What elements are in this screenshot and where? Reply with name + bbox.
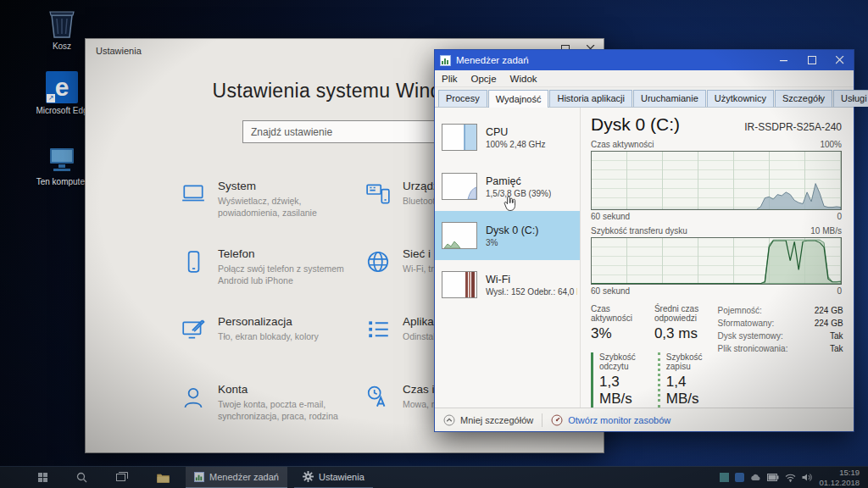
- tile-title: Personalizacja: [218, 315, 319, 328]
- file-explorer-button[interactable]: [149, 467, 177, 488]
- tile-title: System: [218, 180, 345, 192]
- tray-app-blue-icon[interactable]: [735, 473, 744, 482]
- apps-list-icon: [365, 317, 391, 342]
- edge-icon: e↗: [31, 69, 93, 103]
- menu-opcje[interactable]: Opcje: [471, 74, 497, 84]
- task-manager-taskbar-icon: [194, 472, 204, 482]
- personalization-icon: [181, 317, 206, 342]
- task-manager-titlebar[interactable]: Menedżer zadań: [435, 50, 854, 70]
- search-icon: [76, 472, 87, 483]
- disk-device-name: IR-SSDPR-S25A-240: [744, 121, 842, 133]
- tray-app-teal-icon[interactable]: [720, 473, 729, 482]
- clock-date: 01.12.2018: [819, 478, 860, 488]
- tab-uslugi[interactable]: Usługi: [833, 90, 868, 107]
- perf-item-cpu[interactable]: CPU 100% 2,48 GHz: [435, 113, 580, 162]
- start-button[interactable]: [31, 467, 55, 488]
- tile-desc: Twoje konta, poczta e-mail, synchronizac…: [218, 398, 345, 422]
- battery-icon[interactable]: [767, 474, 779, 481]
- disk-transfer-chart: [591, 237, 842, 285]
- stat-read-speed: Szybkość odczytu 1,3 MB/s: [591, 352, 636, 408]
- network-globe-icon: [365, 249, 391, 274]
- taskbar-search-button[interactable]: [69, 467, 95, 488]
- phone-icon: [181, 249, 206, 274]
- desktop-icon-recycle-bin[interactable]: Kosz: [31, 5, 93, 51]
- recycle-bin-icon: [31, 5, 93, 39]
- accounts-icon: [181, 385, 206, 410]
- taskbar-clock[interactable]: 15:19 01.12.2018: [819, 468, 860, 488]
- stat-write-speed: Szybkość zapisu 1,4 MB/s: [658, 352, 703, 408]
- hand-cursor: [502, 195, 519, 214]
- tile-desc: Tło, ekran blokady, kolory: [218, 330, 319, 342]
- stat-active-time: Czas aktywności 3%: [591, 304, 632, 342]
- taskbar-app-label: Menedżer zadań: [209, 472, 279, 482]
- footer-separator: [542, 413, 542, 427]
- this-pc-icon: [31, 141, 93, 175]
- task-manager-footer: Mniej szczegółów Otwórz monitor zasobów: [435, 408, 854, 431]
- activity-chart-max: 100%: [820, 140, 842, 149]
- disk-pane-title: Dysk 0 (C:): [591, 114, 680, 135]
- wifi-thumbnail-chart: [442, 271, 477, 298]
- folder-icon: [157, 473, 170, 483]
- perf-item-wifi[interactable]: Wi-Fi Wysł.: 152 Odebr.: 64,0 k: [435, 260, 580, 309]
- desktop-icon-label: Kosz: [31, 42, 93, 51]
- activity-chart-min: 0: [837, 212, 842, 221]
- performance-sidebar: CPU 100% 2,48 GHz Pamięć 1,5/3,8 GB (39%…: [435, 108, 581, 408]
- tm-minimize-button[interactable]: [770, 50, 798, 70]
- taskbar: Menedżer zadań Ustawienia 15:19 01.12.20…: [0, 466, 868, 488]
- onedrive-cloud-icon[interactable]: [750, 473, 761, 482]
- wifi-icon[interactable]: [785, 474, 796, 482]
- disk-activity-chart: [591, 151, 842, 210]
- tab-szczegoly[interactable]: Szczegóły: [775, 90, 832, 107]
- desktop-icon-edge[interactable]: e↗ Microsoft Edg: [31, 69, 93, 115]
- activity-chart-label: Czas aktywności: [591, 140, 654, 149]
- transfer-chart-max: 10 MB/s: [810, 226, 842, 236]
- windows-logo-icon: [38, 473, 47, 482]
- settings-tile-system[interactable]: System Wyświetlacz, dźwięk, powiadomieni…: [181, 173, 365, 241]
- task-manager-menubar: Plik Opcje Widok: [435, 70, 854, 87]
- speaker-icon[interactable]: [802, 473, 812, 482]
- disk-performance-pane: Dysk 0 (C:) IR-SSDPR-S25A-240 Czas aktyw…: [581, 108, 854, 408]
- settings-window-title: Ustawienia: [96, 46, 142, 56]
- memory-thumbnail-chart: [442, 173, 477, 200]
- task-view-button[interactable]: [108, 467, 136, 488]
- tile-desc: Wyświetlacz, dźwięk, powiadomienia, zasi…: [218, 195, 345, 219]
- tile-title: Telefon: [218, 247, 345, 260]
- tab-procesy[interactable]: Procesy: [438, 90, 487, 107]
- task-manager-app-icon: [440, 55, 451, 66]
- settings-tile-konta[interactable]: Konta Twoje konta, poczta e-mail, synchr…: [181, 376, 365, 444]
- desktop-icon-label: Microsoft Edg: [31, 106, 93, 115]
- time-language-icon: [365, 385, 391, 410]
- tab-uruchamianie[interactable]: Uruchamianie: [633, 90, 706, 107]
- menu-widok[interactable]: Widok: [510, 74, 537, 84]
- disk-thumbnail-chart: [442, 222, 477, 249]
- cpu-thumbnail-chart: [442, 124, 477, 151]
- transfer-chart-xlabel: 60 sekund: [591, 286, 630, 296]
- disk-info-table: Pojemność:224 GB Sformatowany:224 GB Dys…: [718, 304, 843, 408]
- tm-maximize-button[interactable]: [798, 50, 826, 70]
- less-details-button[interactable]: Mniej szczegółów: [443, 414, 533, 426]
- tm-close-button[interactable]: [826, 50, 854, 70]
- tab-historia-aplikacji[interactable]: Historia aplikacji: [549, 90, 632, 107]
- desktop-icon-this-pc[interactable]: Ten komputer: [31, 141, 93, 186]
- settings-tile-telefon[interactable]: Telefon Połącz swój telefon z systemem A…: [181, 241, 365, 308]
- stat-avg-response: Średni czas odpowiedzi 0,3 ms: [654, 304, 703, 342]
- gear-icon: [303, 471, 314, 482]
- transfer-chart-min: 0: [837, 286, 842, 296]
- resource-monitor-icon: [551, 414, 563, 426]
- taskbar-app-settings[interactable]: Ustawienia: [294, 467, 373, 488]
- system-icon: [181, 181, 206, 207]
- open-resource-monitor-link[interactable]: Otwórz monitor zasobów: [551, 414, 670, 426]
- task-manager-title: Menedżer zadań: [456, 55, 770, 65]
- settings-tile-personalizacja[interactable]: Personalizacja Tło, ekran blokady, kolor…: [181, 308, 365, 376]
- devices-icon: [365, 181, 391, 207]
- menu-plik[interactable]: Plik: [442, 74, 458, 84]
- transfer-chart-label: Szybkość transferu dysku: [591, 226, 687, 236]
- tile-desc: Połącz swój telefon z systemem Android l…: [218, 263, 345, 286]
- taskbar-app-task-manager[interactable]: Menedżer zadań: [186, 467, 287, 488]
- taskbar-app-label: Ustawienia: [319, 472, 364, 482]
- perf-item-dysk[interactable]: Dysk 0 (C:) 3%: [435, 211, 580, 260]
- chevron-up-circle-icon: [443, 414, 455, 426]
- task-view-icon: [116, 472, 128, 483]
- tab-wydajnosc[interactable]: Wydajność: [488, 90, 549, 108]
- tab-uzytkownicy[interactable]: Użytkownicy: [707, 90, 774, 107]
